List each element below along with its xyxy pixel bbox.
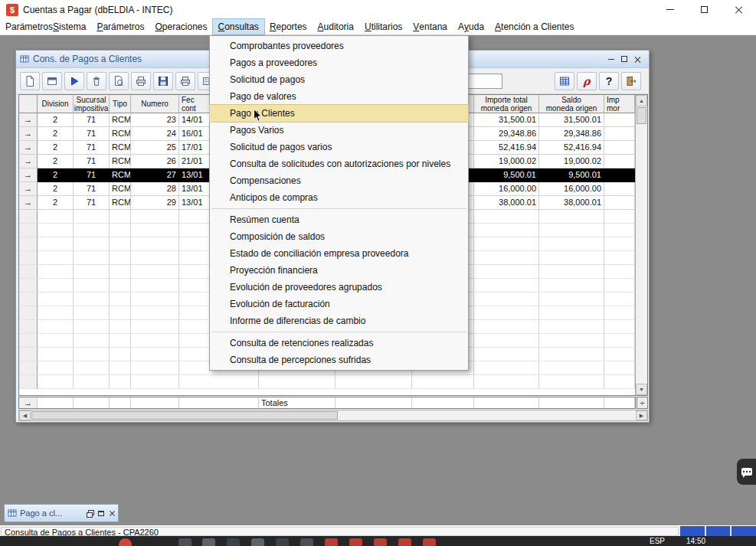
column-header-importe[interactable]: Importe total moneda origen (474, 95, 539, 113)
menu-parametros[interactable]: Parámetros (91, 19, 149, 34)
close-button[interactable] (109, 510, 115, 516)
column-header-tipo[interactable]: Tipo (110, 95, 131, 113)
maximize-button[interactable] (687, 0, 722, 19)
menu-auditoria[interactable]: Auditoria (313, 19, 359, 34)
scroll-up-icon[interactable]: ▲ (636, 95, 647, 106)
taskbar-language[interactable]: ESP (650, 536, 665, 546)
scroll-right-icon[interactable]: ▶ (636, 410, 647, 420)
print-form-button[interactable] (175, 72, 195, 90)
row-divider-spinner[interactable]: ÷ (637, 397, 648, 409)
cell-impmor (604, 113, 635, 127)
menu-ventana[interactable]: Ventana (407, 19, 453, 34)
taskbar-icon[interactable] (251, 538, 264, 546)
maximize-button[interactable] (98, 511, 104, 516)
menu-utilitarios[interactable]: Utilitarios (359, 19, 407, 34)
menu-item-proyeccion-financiera[interactable]: Proyección financiera (210, 262, 468, 279)
menu-item-pago-de-valores[interactable]: Pago de valores (210, 88, 468, 105)
minimized-window-pago[interactable]: Pago a cl... (4, 504, 119, 522)
menu-item-comprobantes-proveedores[interactable]: Comprobantes proveedores (210, 38, 468, 54)
taskbar-icon[interactable] (119, 538, 132, 546)
cell-sucursal (74, 361, 110, 375)
menu-item-solicitud-de-pagos-varios[interactable]: Solicitud de pagos varios (210, 139, 468, 155)
run-play-icon (68, 75, 80, 87)
floating-chat-button[interactable] (737, 459, 756, 485)
menu-item-pagos-varios[interactable]: Pagos Varios (210, 122, 468, 139)
grid-vscrollbar[interactable]: ▲ ▼ (635, 95, 647, 395)
cell-tipo: RCM (110, 155, 131, 168)
cell-numero: 26 (131, 155, 179, 168)
taskbar-icon[interactable] (202, 538, 215, 546)
column-header-saldo[interactable]: Saldo moneda origen (539, 95, 604, 113)
restore-button[interactable] (87, 510, 93, 517)
cell-saldo (539, 361, 604, 375)
cell-impmor (604, 155, 635, 168)
open-window-button[interactable] (42, 72, 62, 90)
column-header-numero[interactable]: Numero (131, 95, 179, 113)
preview-magnifier-icon (113, 75, 125, 87)
preview-button[interactable] (109, 72, 129, 90)
menu-reportes[interactable]: Reportes (264, 19, 313, 34)
taskbar-clock[interactable]: 14:50 (686, 536, 705, 546)
delete-button[interactable] (87, 72, 106, 90)
taskbar-icon[interactable] (300, 538, 313, 546)
menu-item-anticipos-de-compras[interactable]: Anticipos de compras (210, 189, 468, 206)
minimize-button[interactable] (653, 0, 687, 19)
menu-item-pago-a-clientes[interactable]: Pago a Clientes (210, 105, 468, 122)
menu-consultas[interactable]: Consultas (213, 19, 264, 34)
exit-button[interactable] (621, 72, 641, 90)
cell-tipo (110, 361, 131, 375)
grid-hscrollbar[interactable]: ◀ ▶ (18, 410, 648, 421)
table-button[interactable] (555, 72, 574, 90)
menu-item-evolucion-de-facturacion[interactable]: Evolución de facturación (210, 296, 468, 312)
hscroll-thumb[interactable] (31, 411, 338, 420)
menu-item-consulta-de-retenciones-realizadas[interactable]: Consulta de retenciones realizadas (210, 335, 468, 351)
menu-item-informe-de-diferencias-de-cambio[interactable]: Informe de diferencias de cambio (210, 312, 468, 329)
cell-sucursal (74, 210, 110, 224)
taskbar-icon[interactable] (178, 538, 191, 546)
taskbar-icon[interactable] (423, 538, 436, 546)
save-button[interactable] (153, 72, 173, 90)
taskbar-icon[interactable] (349, 538, 362, 546)
menu-item-pagos-a-proveedores[interactable]: Pagos a proveedores (210, 54, 468, 71)
child-minimize-button[interactable] (608, 59, 614, 60)
menu-item-composicion-de-saldos[interactable]: Composición de saldos (210, 228, 468, 245)
child-close-button[interactable] (634, 56, 641, 63)
menu-item-evolucion-de-proveedores-agrupados[interactable]: Evolución de proveedores agrupados (210, 279, 468, 296)
menu-item-consulta-de-percepciones-sufridas[interactable]: Consulta de percepciones sufridas (210, 351, 468, 368)
statusbar-accent (680, 526, 756, 537)
scroll-left-icon[interactable]: ◀ (19, 410, 31, 420)
column-header-division[interactable]: Division (38, 95, 74, 113)
taskbar-icon[interactable] (325, 538, 338, 546)
vscroll-thumb[interactable] (637, 107, 646, 124)
column-header-sucursal[interactable]: Sucursal impositiva (74, 95, 110, 113)
menu-item-solicitud-de-pagos[interactable]: Solicitud de pagos (210, 71, 468, 88)
close-button[interactable] (722, 0, 756, 19)
cell-numero (131, 224, 179, 237)
menu-item-resumen-cuenta[interactable]: Resúmen cuenta (210, 211, 468, 228)
totals-cell (412, 397, 474, 408)
run-button[interactable] (64, 72, 84, 90)
menu-ayuda[interactable]: Ayuda (453, 19, 489, 34)
menu-atencion-a-clientes[interactable]: Atención a Clientes (489, 19, 579, 34)
menu-operaciones[interactable]: Operaciones (149, 19, 212, 34)
menu-item-consulta-de-solicitudes-con-autorizaciones-por-niveles[interactable]: Consulta de solicitudes con autorizacion… (210, 155, 468, 172)
menu-item-compensaciones[interactable]: Compensaciones (210, 172, 468, 189)
taskbar-icon[interactable] (398, 538, 411, 546)
scroll-down-icon[interactable]: ▼ (636, 384, 647, 395)
column-header-impmor[interactable]: Imp mor (604, 95, 635, 113)
new-button[interactable] (20, 72, 40, 90)
menu-item-estado-de-conciliacion-empresa-proveedora[interactable]: Estado de conciliación empresa proveedor… (210, 245, 468, 262)
cell-division (38, 320, 74, 334)
rho-button[interactable]: ρ (577, 72, 597, 90)
child-maximize-button[interactable] (621, 56, 627, 62)
taskbar-icon[interactable] (374, 538, 387, 546)
cell-tipo (110, 348, 131, 361)
help-button[interactable]: ? (599, 72, 619, 90)
taskbar-icon[interactable] (227, 538, 240, 546)
menu-parametros-sistema[interactable]: Parámetros Sistema (0, 19, 91, 34)
totals-label: Totales (259, 397, 335, 408)
row-indicator-icon (19, 306, 38, 320)
cell-division (38, 306, 74, 320)
print-button[interactable] (131, 72, 151, 90)
taskbar-icon[interactable] (276, 538, 289, 546)
